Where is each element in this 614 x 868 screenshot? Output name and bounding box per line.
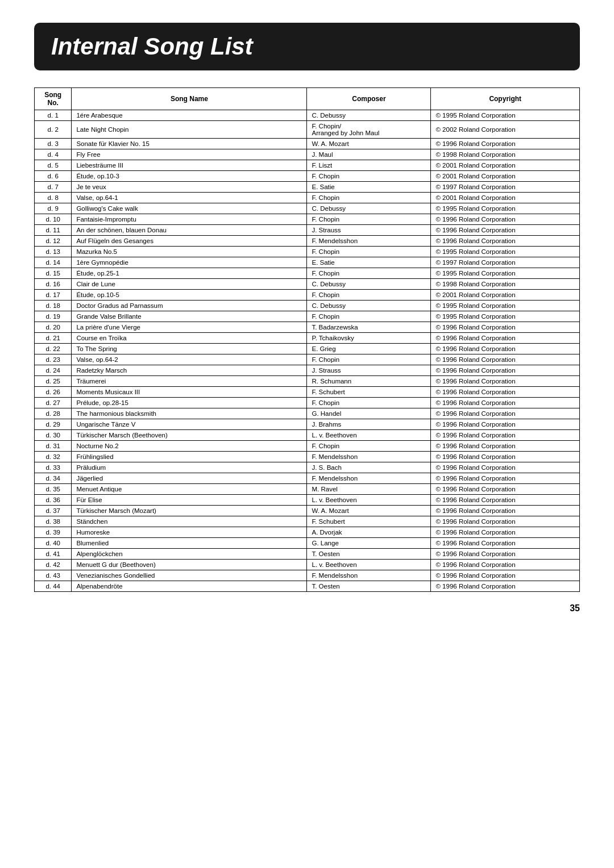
cell-song-no: d. 27 xyxy=(35,398,72,408)
table-row: d. 9Golliwog's Cake walkC. Debussy© 1995… xyxy=(35,203,580,214)
cell-copyright: © 1996 Roland Corporation xyxy=(431,516,580,527)
cell-song-name: Auf Flügeln des Gesanges xyxy=(72,236,307,247)
cell-composer: J. Strauss xyxy=(307,225,431,236)
cell-song-name: Blumenlied xyxy=(72,538,307,549)
cell-copyright: © 1997 Roland Corporation xyxy=(431,182,580,193)
cell-song-name: To The Spring xyxy=(72,344,307,354)
cell-copyright: © 1996 Roland Corporation xyxy=(431,506,580,516)
cell-composer: E. Grieg xyxy=(307,344,431,354)
cell-song-name: Träumerei xyxy=(72,376,307,387)
cell-copyright: © 1996 Roland Corporation xyxy=(431,376,580,387)
cell-song-name: Je te veux xyxy=(72,182,307,193)
cell-song-no: d. 5 xyxy=(35,160,72,171)
cell-song-no: d. 40 xyxy=(35,538,72,549)
table-row: d. 4Fly FreeJ. Maul© 1998 Roland Corpora… xyxy=(35,149,580,160)
cell-song-name: An der schönen, blauen Donau xyxy=(72,225,307,236)
cell-song-no: d. 26 xyxy=(35,387,72,398)
cell-copyright: © 1996 Roland Corporation xyxy=(431,473,580,484)
cell-composer: L. v. Beethoven xyxy=(307,560,431,570)
cell-copyright: © 2001 Roland Corporation xyxy=(431,290,580,301)
cell-song-no: d. 19 xyxy=(35,311,72,322)
table-row: d. 23Valse, op.64-2F. Chopin© 1996 Rolan… xyxy=(35,354,580,365)
cell-song-no: d. 30 xyxy=(35,430,72,441)
table-row: d. 141ère GymnopédieE. Satie© 1997 Rolan… xyxy=(35,257,580,268)
table-row: d. 22To The SpringE. Grieg© 1996 Roland … xyxy=(35,344,580,354)
cell-composer: C. Debussy xyxy=(307,110,431,121)
cell-copyright: © 1996 Roland Corporation xyxy=(431,527,580,538)
cell-song-no: d. 42 xyxy=(35,560,72,570)
cell-composer: G. Handel xyxy=(307,408,431,419)
cell-copyright: © 1995 Roland Corporation xyxy=(431,247,580,257)
cell-song-name: Türkischer Marsch (Mozart) xyxy=(72,506,307,516)
cell-song-name: Course en Troïka xyxy=(72,333,307,344)
cell-composer: E. Satie xyxy=(307,257,431,268)
cell-song-name: Ständchen xyxy=(72,516,307,527)
cell-song-name: Doctor Gradus ad Parnassum xyxy=(72,301,307,311)
cell-song-name: 1ère Gymnopédie xyxy=(72,257,307,268)
cell-song-no: d. 38 xyxy=(35,516,72,527)
page-number: 35 xyxy=(34,603,580,614)
cell-song-no: d. 28 xyxy=(35,408,72,419)
cell-copyright: © 2001 Roland Corporation xyxy=(431,171,580,182)
table-row: d. 25TräumereiR. Schumann© 1996 Roland C… xyxy=(35,376,580,387)
cell-composer: L. v. Beethoven xyxy=(307,430,431,441)
cell-copyright: © 1996 Roland Corporation xyxy=(431,549,580,560)
table-row: d. 20La prière d'une ViergeT. Badarzewsk… xyxy=(35,322,580,333)
cell-song-no: d. 3 xyxy=(35,139,72,149)
cell-composer: M. Ravel xyxy=(307,484,431,495)
cell-copyright: © 1996 Roland Corporation xyxy=(431,441,580,452)
table-row: d. 28The harmonious blacksmithG. Handel©… xyxy=(35,408,580,419)
table-row: d. 31Nocturne No.2F. Chopin© 1996 Roland… xyxy=(35,441,580,452)
table-row: d. 29Ungarische Tänze VJ. Brahms© 1996 R… xyxy=(35,419,580,430)
cell-song-no: d. 18 xyxy=(35,301,72,311)
cell-copyright: © 1995 Roland Corporation xyxy=(431,311,580,322)
title-box: Internal Song List xyxy=(34,23,580,70)
cell-song-name: Mazurka No.5 xyxy=(72,247,307,257)
cell-composer: J. Maul xyxy=(307,149,431,160)
cell-song-name: Valse, op.64-1 xyxy=(72,193,307,203)
cell-song-no: d. 2 xyxy=(35,121,72,139)
cell-song-name: Für Elise xyxy=(72,495,307,506)
table-row: d. 34JägerliedF. Mendelsshon© 1996 Rolan… xyxy=(35,473,580,484)
cell-song-no: d. 29 xyxy=(35,419,72,430)
cell-song-no: d. 7 xyxy=(35,182,72,193)
cell-copyright: © 1996 Roland Corporation xyxy=(431,139,580,149)
cell-composer: P. Tchaikovsky xyxy=(307,333,431,344)
cell-composer: F. Schubert xyxy=(307,387,431,398)
cell-song-name: Alpenglöckchen xyxy=(72,549,307,560)
cell-song-name: Ungarische Tänze V xyxy=(72,419,307,430)
cell-composer: W. A. Mozart xyxy=(307,506,431,516)
cell-song-no: d. 6 xyxy=(35,171,72,182)
cell-copyright: © 1996 Roland Corporation xyxy=(431,236,580,247)
page-title: Internal Song List xyxy=(51,33,563,60)
cell-song-name: Valse, op.64-2 xyxy=(72,354,307,365)
table-row: d. 11An der schönen, blauen DonauJ. Stra… xyxy=(35,225,580,236)
table-row: d. 11ére ArabesqueC. Debussy© 1995 Rolan… xyxy=(35,110,580,121)
table-row: d. 2Late Night ChopinF. Chopin/Arranged … xyxy=(35,121,580,139)
cell-composer: F. Chopin xyxy=(307,171,431,182)
table-row: d. 39HumoreskeA. Dvorjak© 1996 Roland Co… xyxy=(35,527,580,538)
cell-song-no: d. 35 xyxy=(35,484,72,495)
table-row: d. 32FrühlingsliedF. Mendelsshon© 1996 R… xyxy=(35,452,580,462)
cell-composer: W. A. Mozart xyxy=(307,139,431,149)
cell-song-name: Fly Free xyxy=(72,149,307,160)
cell-song-no: d. 12 xyxy=(35,236,72,247)
cell-copyright: © 1996 Roland Corporation xyxy=(431,419,580,430)
cell-copyright: © 1996 Roland Corporation xyxy=(431,452,580,462)
table-row: d. 26Moments Musicaux IIIF. Schubert© 19… xyxy=(35,387,580,398)
cell-composer: T. Oesten xyxy=(307,549,431,560)
cell-copyright: © 1996 Roland Corporation xyxy=(431,333,580,344)
cell-copyright: © 1996 Roland Corporation xyxy=(431,495,580,506)
table-row: d. 27Prélude, op.28-15F. Chopin© 1996 Ro… xyxy=(35,398,580,408)
table-row: d. 3Sonate für Klavier No. 15W. A. Mozar… xyxy=(35,139,580,149)
cell-composer: F. Chopin xyxy=(307,354,431,365)
cell-copyright: © 1996 Roland Corporation xyxy=(431,344,580,354)
cell-composer: F. Chopin xyxy=(307,214,431,225)
cell-copyright: © 1996 Roland Corporation xyxy=(431,214,580,225)
cell-song-name: Late Night Chopin xyxy=(72,121,307,139)
cell-copyright: © 1996 Roland Corporation xyxy=(431,538,580,549)
cell-copyright: © 2001 Roland Corporation xyxy=(431,193,580,203)
cell-composer: J. S. Bach xyxy=(307,462,431,473)
cell-song-no: d. 13 xyxy=(35,247,72,257)
cell-song-name: Radetzky Marsch xyxy=(72,365,307,376)
